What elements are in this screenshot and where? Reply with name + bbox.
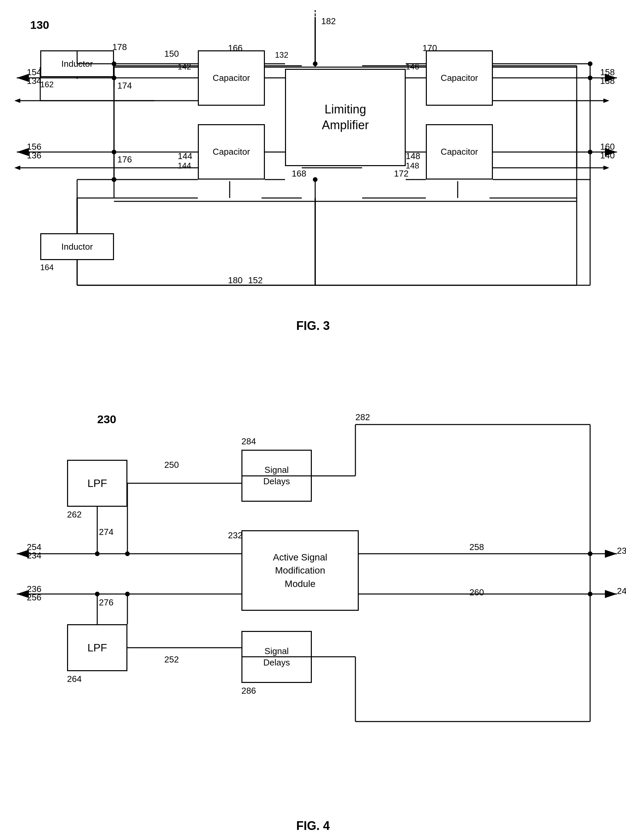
label-140: 140 [600,150,615,161]
svg-point-136 [95,592,100,597]
svg-point-121 [588,592,593,597]
active-signal-box: Active Signal Modification Module [241,530,359,611]
svg-point-88 [588,75,593,80]
label-282: 282 [355,412,370,422]
svg-point-125 [125,592,130,597]
svg-marker-49 [604,166,609,170]
label-136: 136 [27,150,41,161]
active-signal-ref: 232 [228,530,243,541]
limiting-amp-box: Limiting Amplifier [285,69,406,166]
label-176: 176 [117,154,132,165]
svg-point-97 [112,177,116,182]
svg-marker-51 [15,99,20,103]
svg-point-86 [588,61,593,66]
label-170: 170 [423,43,437,53]
label-274: 274 [99,527,113,537]
label-168: 168 [292,168,306,179]
signal-delays-bot-label: Signal Delays [263,646,290,669]
inductor-bot-ref: 164 [40,263,54,272]
inductor-top-label: Inductor [61,59,93,69]
label-182: 182 [321,16,336,27]
inductor-bot-box: Inductor [40,233,114,260]
label-180: 180 [228,275,243,286]
fig4-diagram-label: 230 [97,413,116,426]
fig3-diagram: 130 Inductor 162 Inductor 164 Capacitor … [0,0,626,386]
svg-point-134 [95,551,100,556]
inductor-top-ref: 162 [40,80,54,89]
cap-tr-label: Capacitor [441,73,478,83]
cap-br-box: Capacitor [426,124,493,179]
svg-point-110 [125,551,130,556]
lpf-top-box: LPF [67,460,127,507]
inductor-bot-label: Inductor [61,242,93,252]
label-260: 260 [470,587,484,598]
label-250: 250 [164,460,179,470]
label-240: 240 [617,586,626,597]
label-166: 166 [228,43,243,53]
cap-br-label: Capacitor [441,147,478,157]
cap-tl-box: Capacitor [198,50,265,106]
label-172: 172 [394,168,408,179]
lpf-bot-ref: 264 [67,674,81,684]
label-152: 152 [248,275,263,286]
fig4-diagram: 230 LPF 262 LPF 264 Signal Delays 284 Si… [0,393,626,840]
fig4-title: FIG. 4 [0,819,626,833]
svg-point-100 [313,61,318,66]
label-178: 178 [112,42,127,52]
label-138: 138 [600,76,615,86]
label-144: 144 [178,151,192,162]
limiting-amp-label: Limiting Amplifier [322,102,369,133]
cap-tr-ref: 146 [406,62,419,71]
lpf-top-label: LPF [88,477,107,490]
cap-bl-ref: 144 [178,161,191,171]
label-258: 258 [470,542,484,553]
cap-tl-ref: 142 [178,62,191,71]
label-234: 234 [27,550,41,561]
svg-point-117 [588,551,593,556]
limiting-amp-ref: 132 [275,50,288,60]
inductor-top-box: Inductor [40,50,114,77]
svg-point-98 [112,177,116,182]
cap-tl-label: Capacitor [213,73,250,83]
label-238: 238 [617,546,626,556]
lpf-bot-label: LPF [88,642,107,654]
label-148: 148 [406,151,420,162]
signal-delays-top-box: Signal Delays [241,450,312,502]
svg-marker-48 [604,99,609,103]
active-signal-label: Active Signal Modification Module [273,551,327,590]
svg-marker-53 [15,166,20,170]
signal-delays-top-label: Signal Delays [263,465,290,487]
label-150: 150 [164,49,179,59]
label-256: 256 [27,592,41,603]
fig3-title: FIG. 3 [0,319,626,333]
label-276: 276 [99,597,113,608]
svg-point-90 [588,150,593,154]
label-174: 174 [117,80,132,91]
signal-delays-top-ref: 284 [241,436,256,447]
label-134: 134 [27,76,41,86]
lpf-bot-box: LPF [67,624,127,671]
signal-delays-bot-ref: 286 [241,686,256,696]
lpf-top-ref: 262 [67,509,81,520]
svg-point-102 [313,177,318,182]
svg-point-80 [112,150,116,154]
label-252: 252 [164,655,179,665]
cap-tr-box: Capacitor [426,50,493,106]
cap-bl-label: Capacitor [213,147,250,157]
signal-delays-bot-box: Signal Delays [241,631,312,683]
fig3-diagram-label: 130 [30,19,49,31]
cap-bl-box: Capacitor [198,124,265,179]
